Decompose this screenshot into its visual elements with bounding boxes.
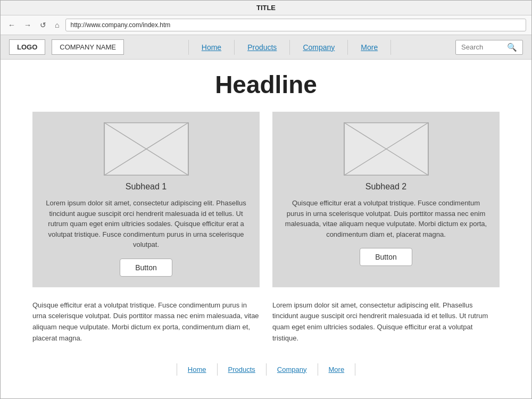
- card-2-image: [344, 122, 429, 176]
- search-box: 🔍: [455, 40, 523, 55]
- bottom-text-row: Quisque efficitur erat a volutpat tristi…: [32, 300, 500, 344]
- nav-item-company[interactable]: Company: [290, 40, 348, 55]
- main-nav: Home Products Company More: [130, 40, 449, 55]
- nav-item-home[interactable]: Home: [188, 40, 235, 55]
- card-1-subhead: Subhead 1: [126, 182, 167, 192]
- nav-item-more[interactable]: More: [348, 40, 391, 55]
- page-headline: Headline: [32, 70, 500, 99]
- card-1-text: Lorem ipsum dolor sit amet, consectetur …: [43, 198, 249, 250]
- back-button[interactable]: ←: [6, 20, 18, 30]
- page-content: Headline Subhead 1 Lorem ipsum dolor sit…: [1, 60, 531, 398]
- card-2-button[interactable]: Button: [360, 248, 412, 266]
- bottom-text-2: Lorem ipsum dolor sit amet, consectetur …: [272, 300, 500, 344]
- address-input[interactable]: [65, 19, 526, 31]
- forward-button[interactable]: →: [22, 20, 34, 30]
- search-input[interactable]: [461, 43, 504, 51]
- title-bar: TITLE: [1, 1, 531, 15]
- card-2: Subhead 2 Quisque efficitur erat a volut…: [272, 112, 500, 287]
- card-1-button[interactable]: Button: [120, 259, 172, 277]
- page-title: TITLE: [256, 4, 276, 12]
- logo: LOGO: [9, 39, 45, 55]
- site-header: LOGO COMPANY NAME Home Products Company …: [1, 35, 531, 60]
- address-bar: ← → ↺ ⌂: [1, 15, 531, 35]
- card-1: Subhead 1 Lorem ipsum dolor sit amet, co…: [32, 112, 260, 287]
- cards-row: Subhead 1 Lorem ipsum dolor sit amet, co…: [32, 112, 500, 287]
- footer-nav-more[interactable]: More: [318, 363, 356, 376]
- card-2-text: Quisque efficitur erat a volutpat tristi…: [283, 198, 489, 239]
- footer-nav: Home Products Company More: [32, 357, 500, 380]
- footer-nav-company[interactable]: Company: [267, 363, 318, 376]
- bottom-text-1: Quisque efficitur erat a volutpat tristi…: [32, 300, 260, 344]
- card-1-image: [104, 122, 189, 176]
- nav-item-products[interactable]: Products: [235, 40, 290, 55]
- search-icon[interactable]: 🔍: [507, 43, 517, 52]
- browser-window: TITLE ← → ↺ ⌂ LOGO COMPANY NAME Home Pro…: [0, 0, 532, 399]
- card-2-subhead: Subhead 2: [365, 182, 406, 192]
- refresh-button[interactable]: ↺: [38, 20, 48, 30]
- footer-nav-products[interactable]: Products: [218, 363, 267, 376]
- home-button[interactable]: ⌂: [53, 20, 61, 30]
- company-name: COMPANY NAME: [52, 39, 124, 55]
- footer-nav-home[interactable]: Home: [177, 363, 218, 376]
